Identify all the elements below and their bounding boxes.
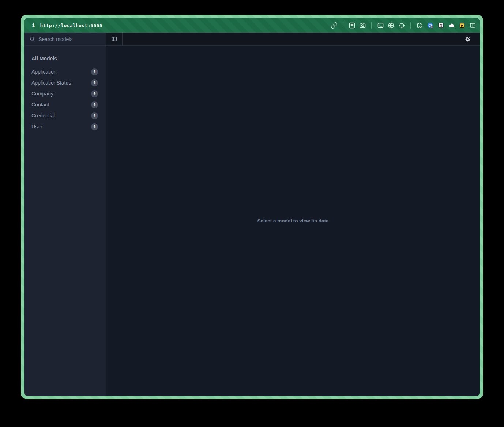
cloud-icon[interactable] xyxy=(448,22,455,29)
model-name: Application xyxy=(31,69,57,75)
link-icon[interactable] xyxy=(330,22,338,29)
titlebar-separator xyxy=(410,22,411,29)
model-name: Credential xyxy=(31,113,55,119)
sidebar-item-user[interactable]: User 0 xyxy=(31,121,98,132)
address-url[interactable]: http://localhost:5555 xyxy=(40,23,102,28)
search-bar[interactable] xyxy=(24,33,106,45)
sidebar-item-credential[interactable]: Credential 0 xyxy=(31,110,98,121)
model-name: ApplicationStatus xyxy=(31,80,71,86)
sidebar-toggle-section xyxy=(106,33,123,45)
model-name: Contact xyxy=(31,102,49,108)
count-badge: 0 xyxy=(91,123,98,130)
count-badge: 0 xyxy=(91,112,98,119)
settings-gear-icon[interactable] xyxy=(465,36,471,42)
empty-state-message: Select a model to view its data xyxy=(257,218,328,224)
svg-text:N: N xyxy=(439,23,442,27)
search-icon xyxy=(30,36,35,42)
titlebar-separator xyxy=(371,22,372,29)
main-toolbar xyxy=(123,33,480,45)
window-content: i http://localhost:5555 xyxy=(24,18,480,396)
count-badge: 0 xyxy=(91,90,98,97)
onepassword-icon[interactable] xyxy=(426,22,434,29)
sidebar-item-contact[interactable]: Contact 0 xyxy=(31,99,98,110)
browser-window: i http://localhost:5555 xyxy=(21,15,483,399)
app-topbar xyxy=(24,33,480,46)
data-view-area: Select a model to view its data xyxy=(106,46,480,396)
count-badge: 0 xyxy=(91,68,98,75)
count-badge: 0 xyxy=(91,101,98,108)
terminal-icon[interactable] xyxy=(377,22,384,29)
model-name: Company xyxy=(31,91,53,97)
search-input[interactable] xyxy=(38,36,102,42)
model-name: User xyxy=(31,124,42,130)
models-sidebar: All Models Application 0 ApplicationStat… xyxy=(24,46,106,396)
sidebar-item-company[interactable]: Company 0 xyxy=(31,88,98,99)
split-view-icon[interactable] xyxy=(469,22,476,29)
titlebar-icon-row: N R xyxy=(330,22,476,29)
camera-icon[interactable] xyxy=(359,22,366,29)
sidebar-toggle-icon[interactable] xyxy=(111,36,117,42)
sidebar-header: All Models xyxy=(31,56,98,61)
window-titlebar: i http://localhost:5555 xyxy=(24,18,480,33)
globe-icon[interactable] xyxy=(387,22,395,29)
puzzle-extension-icon[interactable] xyxy=(416,22,423,29)
sidebar-item-application[interactable]: Application 0 xyxy=(31,66,98,77)
image-icon[interactable] xyxy=(348,22,356,29)
app-body: All Models Application 0 ApplicationStat… xyxy=(24,46,480,396)
titlebar-separator xyxy=(343,22,343,29)
refined-github-icon[interactable]: R xyxy=(458,22,466,29)
model-list: Application 0 ApplicationStatus 0 Compan… xyxy=(31,66,98,132)
crosshair-icon[interactable] xyxy=(398,22,405,29)
count-badge: 0 xyxy=(91,79,98,86)
sidebar-item-applicationstatus[interactable]: ApplicationStatus 0 xyxy=(31,77,98,88)
notion-icon[interactable]: N xyxy=(437,22,444,29)
info-icon: i xyxy=(32,22,35,28)
svg-text:R: R xyxy=(461,23,463,27)
